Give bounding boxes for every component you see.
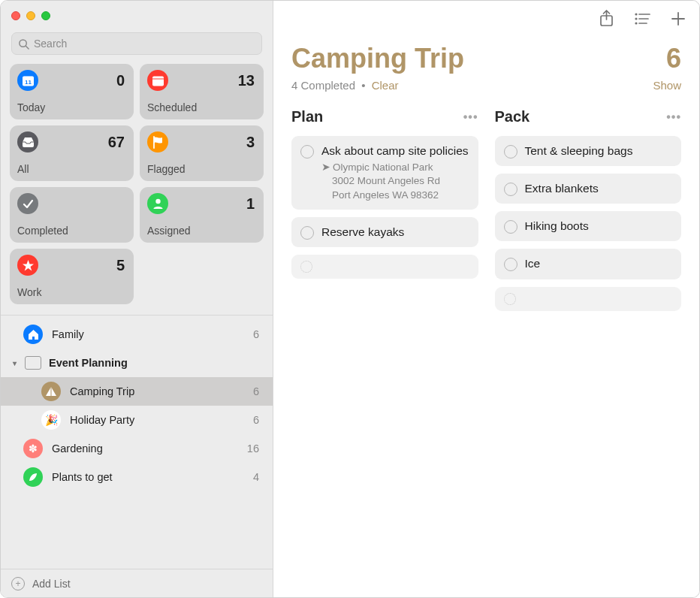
sidebar-list-count: 16 <box>247 442 259 455</box>
clear-completed-button[interactable]: Clear <box>372 79 399 92</box>
house-icon <box>23 325 43 344</box>
show-completed-button[interactable]: Show <box>653 79 681 92</box>
reminder-location: ➤Olympic National Park 3002 Mount Angele… <box>321 161 469 202</box>
sidebar-list-family[interactable]: Family6 <box>1 320 273 349</box>
location-arrow-icon: ➤ <box>321 161 330 174</box>
svg-text:11: 11 <box>25 79 32 86</box>
sidebar-list-holiday[interactable]: 🎉Holiday Party6 <box>1 406 273 434</box>
list-title: Camping Trip <box>291 43 464 74</box>
smart-list-today[interactable]: 11 0 Today <box>10 64 134 119</box>
add-list-label: Add List <box>32 578 71 590</box>
window-traffic-lights[interactable] <box>1 1 273 31</box>
smart-list-label: Assigned <box>147 225 255 237</box>
svg-point-13 <box>635 22 637 24</box>
complete-toggle[interactable] <box>300 145 314 159</box>
svg-point-7 <box>155 199 160 204</box>
plus-icon <box>671 11 686 26</box>
smart-list-count: 0 <box>116 72 125 89</box>
smart-list-count: 1 <box>246 195 255 213</box>
complete-toggle[interactable] <box>504 220 517 234</box>
reminder-item[interactable]: Extra blankets <box>495 174 682 204</box>
complete-toggle[interactable] <box>504 183 517 196</box>
star-icon <box>17 255 38 276</box>
smart-list-assigned[interactable]: 1 Assigned <box>140 187 264 243</box>
smart-list-label: All <box>17 163 125 175</box>
sidebar-list-count: 4 <box>253 471 259 483</box>
smart-list-count: 5 <box>116 257 125 274</box>
sidebar-list-label: Family <box>52 328 253 340</box>
sidebar-list-plants[interactable]: Plants to get4 <box>1 463 273 491</box>
chevron-down-icon[interactable]: ▾ <box>10 359 19 367</box>
folder-icon <box>25 356 41 370</box>
share-icon <box>599 10 614 28</box>
complete-toggle[interactable] <box>504 145 517 159</box>
complete-toggle[interactable] <box>300 226 314 240</box>
smart-list-count: 67 <box>108 134 125 151</box>
reminder-title: Ask about camp site policies <box>321 143 469 159</box>
new-reminder-placeholder[interactable] <box>495 287 682 311</box>
party-icon: 🎉 <box>41 410 61 430</box>
reminder-title: Reserve kayaks <box>321 225 469 240</box>
check-icon <box>17 193 38 214</box>
add-list-button[interactable]: + Add List <box>1 569 273 597</box>
svg-point-9 <box>635 13 637 15</box>
leaf-icon <box>23 467 43 487</box>
fullscreen-window-button[interactable] <box>41 11 50 20</box>
sidebar-list-label: Plants to get <box>52 471 253 483</box>
section-title: Plan <box>291 108 323 125</box>
section-plan: Plan ••• Ask about camp site policies ➤O… <box>291 108 478 319</box>
list-format-icon <box>634 12 651 26</box>
smart-list-label: Scheduled <box>147 101 255 113</box>
reminder-item[interactable]: Ice <box>495 249 682 279</box>
complete-toggle-placeholder <box>504 293 516 305</box>
person-icon <box>147 193 168 214</box>
smart-list-work[interactable]: 5 Work <box>10 249 134 304</box>
smart-list-label: Flagged <box>147 163 255 175</box>
reminder-item[interactable]: Hiking boots <box>495 211 682 241</box>
sidebar-list-count: 6 <box>253 328 259 340</box>
sidebar-list-camping[interactable]: Camping Trip6 <box>1 377 273 406</box>
smart-list-scheduled[interactable]: 13 Scheduled <box>140 64 264 119</box>
complete-toggle[interactable] <box>504 258 517 271</box>
search-input[interactable] <box>34 38 255 50</box>
new-reminder-placeholder[interactable] <box>291 255 478 279</box>
sidebar-list-label: Gardening <box>52 442 247 455</box>
smart-list-label: Completed <box>17 225 125 237</box>
section-title: Pack <box>495 108 530 125</box>
smart-list-completed[interactable]: Completed <box>10 187 134 243</box>
complete-toggle-placeholder <box>300 261 312 273</box>
sidebar-list-label: Holiday Party <box>70 414 253 426</box>
reminder-item[interactable]: Tent & sleeping bags <box>495 136 682 166</box>
section-pack: Pack ••• Tent & sleeping bags Extra blan… <box>495 108 682 319</box>
new-reminder-button[interactable] <box>671 11 686 26</box>
search-field[interactable] <box>11 32 262 55</box>
reminder-title: Tent & sleeping bags <box>525 143 673 159</box>
completed-count-text: 4 Completed <box>291 79 355 92</box>
sidebar-list-count: 6 <box>253 414 259 426</box>
smart-list-label: Work <box>17 286 125 298</box>
share-button[interactable] <box>599 10 614 28</box>
list-open-count: 6 <box>666 43 681 74</box>
section-more-button[interactable]: ••• <box>463 110 478 124</box>
sidebar-list-label: Event Planning <box>49 357 259 369</box>
section-more-button[interactable]: ••• <box>666 110 681 124</box>
svg-rect-5 <box>152 76 164 86</box>
sidebar-list-label: Camping Trip <box>70 385 253 397</box>
smart-list-all[interactable]: 67 All <box>10 125 134 181</box>
sidebar-list-gardening[interactable]: ✽Gardening16 <box>1 434 273 463</box>
tray-icon <box>17 131 38 153</box>
reminder-item[interactable]: Ask about camp site policies ➤Olympic Na… <box>291 136 478 210</box>
plus-circle-icon: + <box>11 577 25 590</box>
search-icon <box>18 38 29 50</box>
reminder-item[interactable]: Reserve kayaks <box>291 217 478 247</box>
reminder-title: Hiking boots <box>525 219 673 234</box>
svg-line-1 <box>26 46 29 49</box>
minimize-window-button[interactable] <box>26 11 35 20</box>
sidebar-list-eventplan[interactable]: ▾Event Planning <box>1 349 273 377</box>
view-options-button[interactable] <box>634 12 651 26</box>
flower-icon: ✽ <box>23 439 43 458</box>
svg-point-11 <box>635 17 637 20</box>
smart-list-label: Today <box>17 101 125 113</box>
close-window-button[interactable] <box>11 11 20 20</box>
smart-list-flagged[interactable]: 3 Flagged <box>140 125 264 181</box>
